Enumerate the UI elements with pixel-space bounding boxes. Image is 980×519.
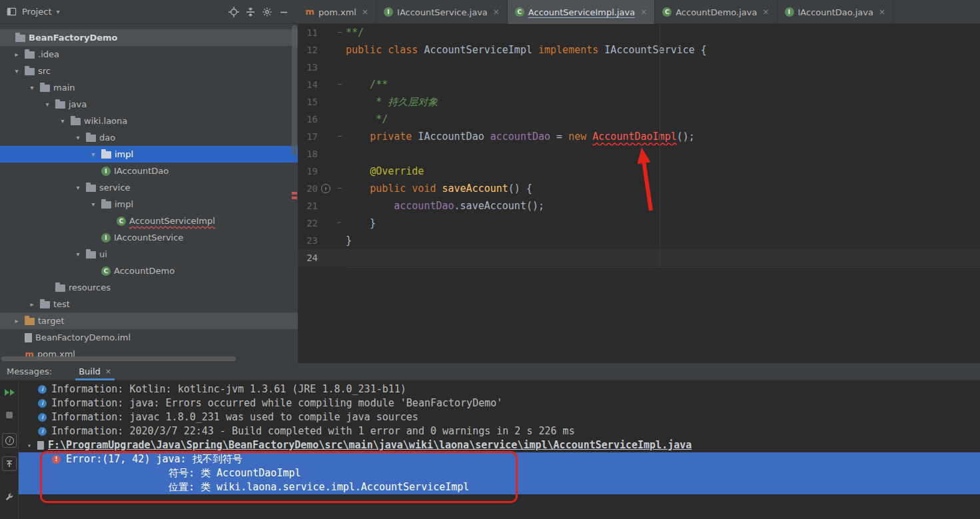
fold-icon[interactable]: −	[334, 180, 346, 197]
file-path-link[interactable]: F:\ProgramUpgrade\Java\Spring\BeanFactor…	[48, 438, 692, 452]
code-line-23[interactable]: 23}	[298, 232, 980, 249]
expand-arrow-icon[interactable]: ▸	[12, 51, 21, 58]
project-panel-title[interactable]: Project	[22, 7, 51, 17]
tree-item-main[interactable]: ▾main	[0, 79, 298, 96]
code-area[interactable]: 11−**/12public class AccountServiceImpl …	[298, 24, 980, 266]
project-scrollbar-horizontal[interactable]	[1, 356, 236, 361]
tree-item-dao[interactable]: ▾dao	[0, 129, 298, 146]
tree-item-test[interactable]: ▸test	[0, 296, 298, 312]
settings-gear-icon[interactable]	[261, 6, 273, 18]
collapse-all-icon[interactable]	[245, 6, 256, 18]
close-icon[interactable]: ×	[105, 367, 111, 376]
code-line-14[interactable]: 14− /**	[298, 76, 980, 93]
code-line-15[interactable]: 15 * 持久层对象	[298, 93, 980, 111]
expand-arrow-icon[interactable]: ▾	[58, 117, 67, 125]
fold-icon[interactable]: ⌐	[334, 215, 346, 232]
tree-item-.idea[interactable]: ▸.idea	[0, 46, 298, 63]
expand-arrow-icon[interactable]: ▸	[12, 317, 21, 324]
code-line-17[interactable]: 17− private IAccountDao accountDao = new…	[298, 128, 980, 145]
tree-item-src[interactable]: ▾src	[0, 63, 298, 79]
hide-icon[interactable]	[278, 6, 290, 18]
tree-item-label: test	[53, 299, 70, 309]
build-message-info[interactable]: iInformation: 2020/3/7 22:43 - Build com…	[19, 424, 980, 438]
collapse-arrow-icon[interactable]: ▾	[25, 438, 33, 452]
code-line-16[interactable]: 16 */	[298, 111, 980, 128]
expand-arrow-icon[interactable]: ▾	[89, 201, 98, 208]
close-icon[interactable]: ×	[762, 7, 769, 17]
code-line-12[interactable]: 12public class AccountServiceImpl implem…	[298, 41, 980, 59]
tool-window-icon[interactable]	[5, 6, 17, 18]
chevron-down-icon[interactable]: ▾	[56, 8, 59, 15]
build-message-info[interactable]: iInformation: Kotlin: kotlinc-jvm 1.3.61…	[19, 382, 980, 396]
close-icon[interactable]: ×	[640, 7, 647, 17]
fold-icon[interactable]: −	[334, 76, 346, 93]
tree-item-impl[interactable]: ▾impl	[0, 196, 298, 213]
expand-arrow-icon[interactable]: ▾	[73, 184, 83, 191]
expand-arrow-icon[interactable]: ▾	[43, 101, 52, 108]
code-line-19[interactable]: 19 @Override	[298, 163, 980, 180]
stop-icon[interactable]	[2, 408, 17, 422]
code-line-13[interactable]: 13	[298, 59, 980, 76]
tree-item-service[interactable]: ▾service	[0, 179, 298, 196]
tree-item-resources[interactable]: resources	[0, 279, 298, 296]
code-line-11[interactable]: 11−**/	[298, 24, 980, 41]
tree-item-IAccountDao[interactable]: IIAccountDao	[0, 163, 298, 179]
tree-item-AccountServiceImpl[interactable]: CAccountServiceImpl	[0, 213, 298, 229]
expand-arrow-icon[interactable]: ▾	[73, 134, 83, 141]
build-message-file-link[interactable]: ▾F:\ProgramUpgrade\Java\Spring\BeanFacto…	[19, 438, 980, 452]
build-message-info[interactable]: iInformation: javac 1.8.0_231 was used t…	[19, 410, 980, 424]
fold-icon[interactable]: −	[334, 24, 346, 41]
tree-item-IAccountService[interactable]: IIAccountService	[0, 229, 298, 246]
tab-AccountServiceImpl.java[interactable]: CAccountServiceImpl.java×	[508, 0, 655, 24]
info-toggle-icon[interactable]: i	[2, 433, 17, 448]
tree-item-ui[interactable]: ▾ui	[0, 246, 298, 262]
scrollbar-thumb[interactable]	[292, 25, 297, 155]
line-number: 17	[298, 128, 318, 145]
code-line-18[interactable]: 18	[298, 145, 980, 163]
project-scrollbar-vertical[interactable]	[291, 24, 298, 363]
code-editor[interactable]: 11−**/12public class AccountServiceImpl …	[298, 24, 980, 363]
expand-arrow-icon[interactable]: ▾	[89, 151, 98, 158]
close-icon[interactable]: ×	[879, 7, 885, 17]
tree-item-wiki.laona[interactable]: ▾wiki.laona	[0, 113, 298, 129]
error-icon: !	[52, 455, 61, 464]
override-method-icon[interactable]: ↑	[321, 184, 330, 193]
tree-item-target[interactable]: ▸target	[0, 312, 298, 329]
close-icon[interactable]: ×	[493, 7, 500, 17]
code-text: **/	[346, 24, 364, 41]
line-number: 16	[298, 111, 318, 128]
tab-pom.xml[interactable]: mpom.xml×	[298, 0, 376, 24]
tree-item-impl[interactable]: ▾impl	[0, 146, 298, 163]
settings-wrench-icon[interactable]	[2, 490, 17, 504]
line-number: 21	[298, 197, 318, 215]
code-text: }	[346, 215, 376, 232]
tab-AccountDemo.java[interactable]: CAccountDemo.java×	[655, 0, 777, 24]
expand-arrow-icon[interactable]: ▾	[12, 67, 21, 75]
expand-arrow-icon[interactable]: ▾	[27, 84, 37, 91]
tree-item-java[interactable]: ▾java	[0, 96, 298, 113]
build-message-info[interactable]: iInformation: java: Errors occurred whil…	[19, 396, 980, 410]
rerun-build-icon[interactable]	[2, 385, 17, 400]
expand-arrow-icon[interactable]: ▾	[73, 251, 83, 258]
code-text: }	[346, 232, 352, 249]
fold-spacer	[334, 41, 346, 59]
tree-item-BeanFactoryDemo.iml[interactable]: BeanFactoryDemo.iml	[0, 329, 298, 346]
code-line-20[interactable]: 20↑− public void saveAccount() {	[298, 180, 980, 197]
code-line-24[interactable]: 24	[298, 249, 980, 266]
locate-icon[interactable]	[228, 6, 240, 18]
close-icon[interactable]: ×	[362, 7, 368, 17]
tree-item-BeanFactoryDemo[interactable]: BeanFactoryDemo	[0, 29, 298, 46]
tab-IAccountService.java[interactable]: IIAccountService.java×	[376, 0, 508, 24]
tab-IAccountDao.java[interactable]: IIAccountDao.java×	[777, 0, 893, 24]
expand-all-icon[interactable]	[2, 456, 17, 471]
expand-arrow-icon[interactable]: ▸	[27, 300, 37, 308]
gutter	[318, 145, 334, 163]
fold-icon[interactable]: −	[334, 128, 346, 145]
tab-build[interactable]: Build ×	[73, 363, 117, 380]
class-icon: C	[101, 266, 111, 276]
tree-item-label: AccountServiceImpl	[129, 216, 215, 226]
build-error-selected-row[interactable]: !Error:(17, 42) java: 找不到符号符号: 类 Account…	[19, 452, 980, 494]
code-line-21[interactable]: 21 accountDao.saveAccount();	[298, 197, 980, 215]
code-line-22[interactable]: 22⌐ }	[298, 215, 980, 232]
tree-item-AccountDemo[interactable]: CAccountDemo	[0, 262, 298, 279]
